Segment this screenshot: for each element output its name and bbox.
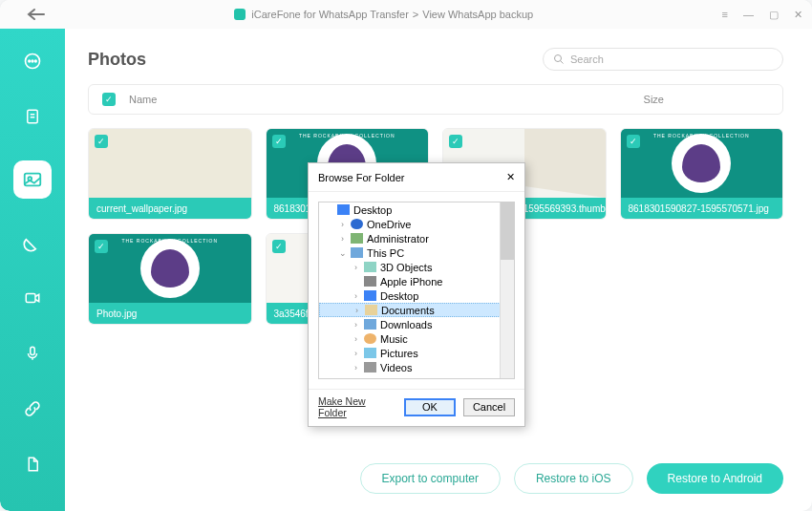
sidebar-item-file[interactable]: [21, 453, 44, 476]
window-controls: ≡ ― ▢ ✕: [722, 9, 802, 21]
column-size: Size: [644, 94, 664, 105]
folder-tree: Desktop›OneDrive›Administrator⌄This PC›3…: [318, 202, 515, 379]
close-button[interactable]: ✕: [794, 9, 802, 21]
restore-android-button[interactable]: Restore to Android: [647, 463, 783, 494]
svg-rect-9: [26, 294, 35, 303]
photo-checkbox[interactable]: ✓: [449, 135, 462, 148]
tree-label: Music: [380, 333, 408, 345]
tree-node[interactable]: Desktop: [319, 202, 514, 217]
sidebar-item-link[interactable]: [21, 397, 44, 420]
folder-icon: [364, 333, 376, 344]
search-input[interactable]: Search: [543, 48, 783, 71]
dialog-title: Browse For Folder: [318, 172, 404, 183]
tree-node[interactable]: ›Documents: [319, 303, 514, 317]
tree-label: 3D Objects: [380, 262, 432, 273]
expand-icon[interactable]: ›: [352, 349, 360, 358]
tree-node[interactable]: ⌄This PC: [319, 245, 514, 260]
photo-checkbox[interactable]: ✓: [272, 135, 286, 148]
folder-icon: [365, 305, 377, 315]
tree-node[interactable]: ›Desktop: [319, 288, 514, 303]
expand-icon[interactable]: ›: [352, 263, 360, 272]
maximize-button[interactable]: ▢: [769, 9, 779, 21]
sidebar: [0, 29, 65, 511]
sidebar-item-audio[interactable]: [21, 342, 44, 365]
dialog-close-icon[interactable]: ✕: [506, 171, 515, 183]
photo-thumbnail: THE ROCKABILLY COLLECTION: [621, 129, 783, 198]
svg-point-2: [32, 60, 33, 62]
tree-label: Administrator: [367, 233, 429, 245]
tree-label: Desktop: [380, 290, 418, 302]
footer-actions: Export to computer Restore to iOS Restor…: [360, 463, 784, 494]
folder-icon: [351, 233, 363, 244]
folder-icon: [364, 348, 376, 358]
folder-icon: [364, 362, 376, 373]
sidebar-item-photos[interactable]: [13, 160, 52, 199]
tree-label: This PC: [367, 247, 404, 259]
sidebar-item-document[interactable]: [21, 105, 44, 128]
expand-icon[interactable]: ›: [352, 320, 360, 330]
tree-node[interactable]: ›3D Objects: [319, 260, 514, 274]
svg-point-1: [29, 60, 31, 62]
folder-icon: [364, 319, 376, 330]
tree-label: Documents: [381, 305, 435, 316]
sidebar-item-chat[interactable]: [21, 50, 44, 73]
tree-node[interactable]: ›Downloads: [319, 317, 514, 331]
sidebar-item-sticker[interactable]: [21, 231, 44, 254]
breadcrumb-page: View WhatsApp backup: [422, 9, 533, 20]
tree-label: Downloads: [380, 319, 432, 330]
app-window: iCareFone for WhatsApp Transfer > View W…: [0, 0, 812, 511]
photo-card[interactable]: ✓current_wallpaper.jpg: [88, 128, 252, 220]
photo-card[interactable]: ✓THE ROCKABILLY COLLECTION8618301590827-…: [620, 128, 784, 220]
photo-card[interactable]: ✓THE ROCKABILLY COLLECTIONPhoto.jpg: [88, 233, 252, 325]
tree-label: Pictures: [380, 348, 418, 359]
breadcrumb: iCareFone for WhatsApp Transfer > View W…: [46, 9, 722, 20]
tree-node[interactable]: ›Pictures: [319, 346, 514, 360]
expand-icon[interactable]: ›: [352, 334, 360, 344]
svg-point-3: [35, 60, 37, 62]
expand-icon[interactable]: ⌄: [338, 248, 347, 258]
photo-checkbox[interactable]: ✓: [627, 135, 640, 148]
svg-point-11: [555, 55, 562, 62]
tree-label: Videos: [380, 362, 412, 373]
minimize-button[interactable]: ―: [743, 9, 754, 21]
tree-node[interactable]: ›OneDrive: [319, 217, 514, 231]
page-title: Photos: [88, 50, 146, 70]
folder-icon: [351, 247, 363, 258]
folder-icon: [364, 276, 376, 287]
menu-button[interactable]: ≡: [722, 9, 728, 21]
photo-thumbnail: [89, 129, 251, 198]
breadcrumb-sep: >: [413, 9, 418, 20]
tree-node[interactable]: ›Administrator: [319, 231, 514, 245]
titlebar: iCareFone for WhatsApp Transfer > View W…: [0, 0, 812, 29]
photo-filename: Photo.jpg: [89, 303, 251, 324]
tree-scrollbar[interactable]: [500, 202, 514, 378]
photo-checkbox[interactable]: ✓: [272, 240, 286, 253]
tree-node[interactable]: ›Videos: [319, 360, 514, 374]
expand-icon[interactable]: ›: [352, 291, 360, 301]
export-button[interactable]: Export to computer: [360, 463, 501, 494]
column-name: Name: [129, 94, 157, 105]
folder-icon: [337, 204, 350, 215]
make-new-folder-link[interactable]: Make New Folder: [318, 395, 389, 418]
tree-node[interactable]: Apple iPhone: [319, 274, 514, 288]
expand-icon[interactable]: ›: [353, 306, 361, 315]
svg-rect-10: [31, 347, 35, 354]
photo-checkbox[interactable]: ✓: [95, 240, 108, 253]
expand-icon[interactable]: ›: [352, 363, 360, 373]
ok-button[interactable]: OK: [404, 398, 456, 416]
table-header: ✓ Name Size: [88, 84, 783, 115]
expand-icon[interactable]: ›: [338, 234, 347, 244]
browse-folder-dialog: Browse For Folder ✕ Desktop›OneDrive›Adm…: [308, 162, 525, 427]
select-all-checkbox[interactable]: ✓: [102, 93, 116, 106]
cancel-button[interactable]: Cancel: [463, 398, 515, 416]
app-logo-icon: [234, 9, 246, 20]
photo-filename: 8618301590827-1595570571.jpg: [621, 198, 783, 219]
sidebar-item-video[interactable]: [21, 287, 44, 309]
tree-label: Desktop: [353, 204, 392, 216]
restore-ios-button[interactable]: Restore to iOS: [514, 463, 633, 494]
photo-checkbox[interactable]: ✓: [95, 135, 108, 148]
back-button[interactable]: [27, 8, 46, 21]
tree-node[interactable]: ›Music: [319, 331, 514, 346]
expand-icon[interactable]: ›: [338, 220, 347, 229]
svg-line-12: [561, 61, 564, 64]
